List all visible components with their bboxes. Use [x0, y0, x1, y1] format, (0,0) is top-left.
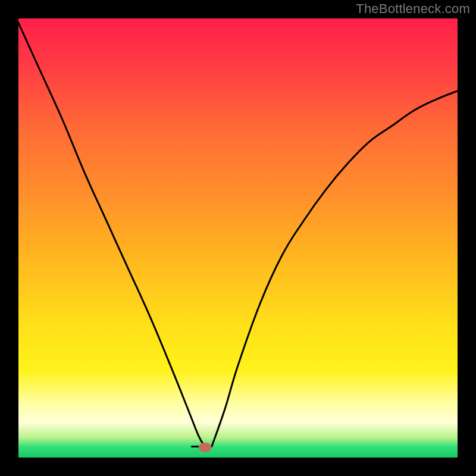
plot-area: [18, 18, 458, 458]
optimum-marker: [199, 443, 212, 452]
chart-frame: TheBottleneck.com: [0, 0, 476, 476]
watermark-text: TheBottleneck.com: [356, 1, 470, 17]
plot-svg: [18, 18, 458, 458]
svg-rect-0: [18, 18, 458, 458]
